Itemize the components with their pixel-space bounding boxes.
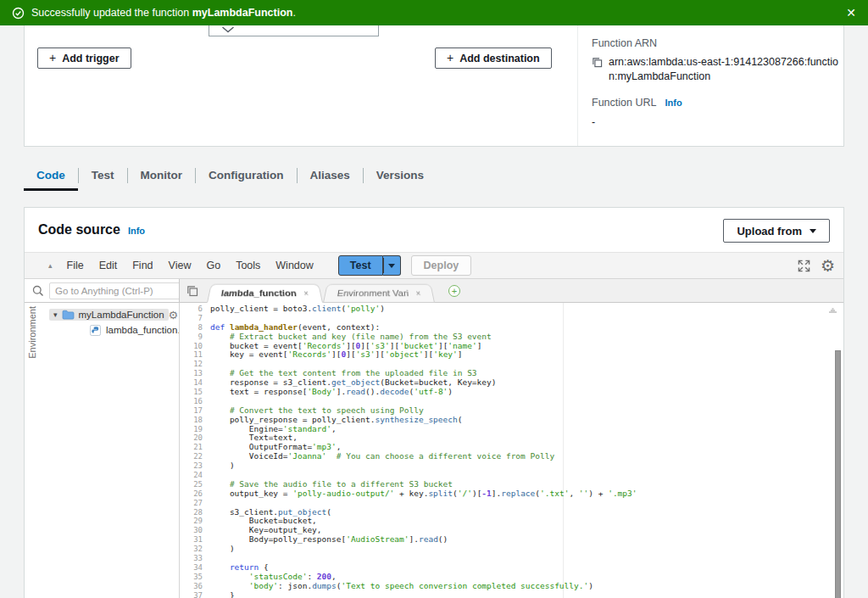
banner-message: Successfully updated the function myLamb… bbox=[31, 7, 296, 19]
close-icon[interactable]: × bbox=[415, 288, 421, 297]
editor-gutter: 6789101112131415161718192021222324252627… bbox=[180, 305, 210, 598]
tree-file-row[interactable]: lambda_function.py bbox=[43, 322, 179, 338]
line-number: 37 bbox=[180, 591, 203, 598]
line-number: 7 bbox=[180, 314, 203, 323]
line-number: 34 bbox=[180, 563, 203, 573]
line-number: 17 bbox=[180, 406, 203, 416]
line-number: 8 bbox=[180, 323, 203, 333]
menu-view[interactable]: View bbox=[161, 260, 199, 271]
code-editor[interactable]: 6789101112131415161718192021222324252627… bbox=[179, 303, 843, 598]
menu-go[interactable]: Go bbox=[198, 260, 228, 271]
tab-monitor[interactable]: Monitor bbox=[128, 165, 196, 191]
code-line: ) bbox=[210, 461, 832, 471]
menu-tools[interactable]: Tools bbox=[228, 260, 268, 271]
tree-expand-icon[interactable]: ▾ bbox=[53, 310, 58, 319]
line-number: 25 bbox=[180, 480, 203, 489]
test-dropdown-button[interactable] bbox=[383, 255, 401, 276]
function-arn-label: Function ARN bbox=[592, 37, 839, 49]
line-number: 9 bbox=[180, 333, 203, 342]
line-number: 12 bbox=[180, 360, 203, 369]
menu-file[interactable]: File bbox=[59, 260, 92, 271]
ide-menu-bar: ▴ File Edit Find View Go Tools Window Te… bbox=[25, 252, 843, 279]
lambda-console-page: Successfully updated the function myLamb… bbox=[0, 0, 868, 598]
line-number: 13 bbox=[180, 369, 203, 378]
line-number: 31 bbox=[180, 535, 203, 545]
tab-list-icon[interactable] bbox=[186, 285, 198, 297]
line-number: 11 bbox=[180, 350, 203, 360]
tab-versions[interactable]: Versions bbox=[364, 165, 437, 191]
deploy-button[interactable]: Deploy bbox=[411, 255, 472, 276]
ide-tab-row: lambda_function × Environment Vari × + bbox=[25, 279, 843, 303]
editor-code: polly_client = boto3.client('polly') def… bbox=[210, 305, 832, 598]
function-url-info-link[interactable]: Info bbox=[665, 98, 682, 108]
add-destination-button[interactable]: + Add destination bbox=[435, 48, 552, 69]
file-tree-panel: ▾ myLambdaFunction ⚙ ▾ lamb bbox=[43, 303, 179, 598]
menu-find[interactable]: Find bbox=[125, 260, 160, 271]
editor-scrollbar-thumb[interactable] bbox=[835, 350, 841, 598]
add-trigger-button[interactable]: + Add trigger bbox=[37, 48, 131, 69]
line-number: 15 bbox=[180, 388, 203, 397]
line-number: 26 bbox=[180, 489, 203, 499]
ide-body: Environment ▾ myLambdaFunction ⚙ ▾ bbox=[25, 303, 843, 598]
line-number: 18 bbox=[180, 416, 203, 425]
chevron-down-icon bbox=[388, 264, 395, 268]
new-tab-icon[interactable]: + bbox=[448, 285, 460, 297]
tree-folder-row[interactable]: ▾ myLambdaFunction ⚙ ▾ bbox=[43, 307, 179, 322]
line-number: 36 bbox=[180, 582, 203, 591]
line-number: 29 bbox=[180, 517, 203, 526]
line-number: 20 bbox=[180, 433, 203, 443]
chevron-down-icon bbox=[810, 229, 816, 233]
line-number: 19 bbox=[180, 425, 203, 434]
line-number: 32 bbox=[180, 545, 203, 554]
check-circle-icon bbox=[12, 7, 25, 20]
code-source-card: Code source Info Upload from ▴ File Edit… bbox=[24, 207, 844, 598]
line-number: 14 bbox=[180, 378, 203, 388]
close-icon[interactable]: × bbox=[303, 288, 309, 297]
code-line: 'body': json.dumps('Text to speech conve… bbox=[210, 582, 832, 591]
code-source-title: Code source bbox=[38, 222, 120, 238]
left-rail: Environment bbox=[25, 303, 43, 598]
goto-anything-input[interactable] bbox=[49, 282, 192, 299]
fullscreen-icon[interactable] bbox=[798, 260, 810, 272]
plus-icon: + bbox=[447, 51, 453, 64]
function-overview-card: + Add trigger + Add destination Function… bbox=[24, 25, 844, 147]
upload-from-button[interactable]: Upload from bbox=[723, 219, 830, 243]
line-number: 33 bbox=[180, 554, 203, 563]
code-line: text = response['Body'].read().decode('u… bbox=[210, 388, 832, 397]
success-banner: Successfully updated the function myLamb… bbox=[0, 0, 868, 25]
line-number: 16 bbox=[180, 397, 203, 406]
python-file-icon bbox=[90, 325, 101, 336]
code-source-header: Code source Info Upload from bbox=[25, 208, 843, 252]
code-line: Engine='standard', bbox=[210, 425, 832, 434]
copy-icon[interactable] bbox=[592, 57, 603, 68]
code-line: Body=polly_response['AudioStream'].read(… bbox=[210, 535, 832, 545]
banner-close-icon[interactable]: ✕ bbox=[846, 7, 856, 19]
tab-test[interactable]: Test bbox=[79, 165, 127, 191]
code-line: key = event['Records'][0]['s3']['object'… bbox=[210, 350, 832, 360]
editor-tab-lambda-function[interactable]: lambda_function × bbox=[207, 284, 323, 303]
gear-icon: ⚙ bbox=[169, 310, 179, 321]
tab-configuration[interactable]: Configuration bbox=[196, 165, 296, 191]
gear-icon[interactable]: ⚙ bbox=[821, 258, 835, 274]
line-number: 30 bbox=[180, 526, 203, 535]
collapse-chevron-icon[interactable] bbox=[221, 26, 235, 33]
line-number: 28 bbox=[180, 508, 203, 517]
tab-code[interactable]: Code bbox=[24, 165, 78, 191]
collapse-panel-icon[interactable]: ▴ bbox=[48, 261, 53, 270]
menu-edit[interactable]: Edit bbox=[92, 260, 125, 271]
menu-window[interactable]: Window bbox=[268, 260, 320, 271]
code-source-info-link[interactable]: Info bbox=[128, 226, 145, 236]
tab-aliases[interactable]: Aliases bbox=[298, 165, 363, 191]
line-number: 23 bbox=[180, 461, 203, 471]
tree-file-label: lambda_function.py bbox=[106, 325, 191, 335]
line-number: 22 bbox=[180, 452, 203, 461]
search-icon bbox=[32, 285, 44, 297]
code-line: ) bbox=[210, 545, 832, 554]
editor-options-icon[interactable] bbox=[829, 307, 837, 313]
environment-rail-tab[interactable]: Environment bbox=[27, 306, 37, 359]
code-line: polly_client = boto3.client('polly') bbox=[210, 305, 832, 314]
editor-tab-environment-variables[interactable]: Environment Vari × bbox=[323, 284, 435, 303]
test-button[interactable]: Test bbox=[338, 255, 383, 276]
function-url-label: Function URL bbox=[592, 97, 656, 109]
code-line: output_key = 'polly-audio-output/' + key… bbox=[210, 489, 832, 499]
